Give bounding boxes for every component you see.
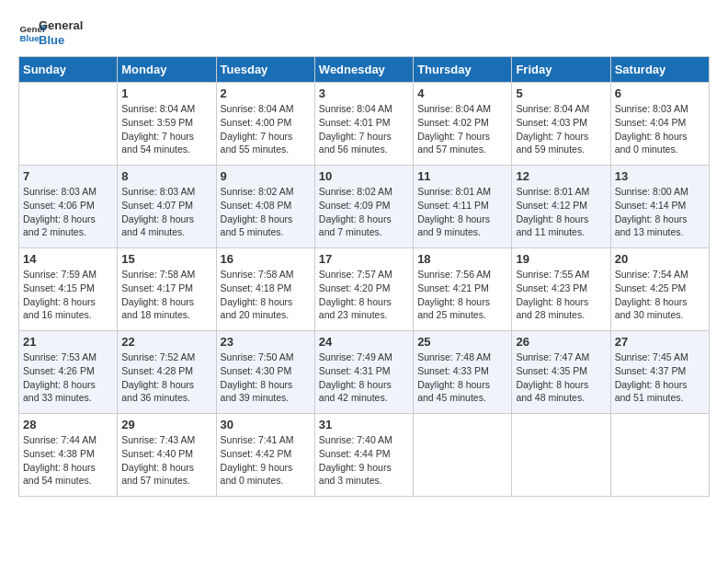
day-info: Sunrise: 7:48 AMSunset: 4:33 PMDaylight:…	[417, 350, 507, 405]
svg-text:Blue: Blue	[20, 33, 40, 43]
day-info: Sunrise: 8:02 AMSunset: 4:09 PMDaylight:…	[319, 185, 409, 239]
calendar-cell: 7Sunrise: 8:03 AMSunset: 4:06 PMDaylight…	[19, 166, 118, 248]
day-info: Sunrise: 8:04 AMSunset: 4:01 PMDaylight:…	[319, 102, 409, 156]
day-info: Sunrise: 7:55 AMSunset: 4:23 PMDaylight:…	[516, 268, 606, 322]
day-number: 20	[615, 252, 705, 266]
day-number: 21	[23, 335, 113, 349]
logo: General Blue General Blue	[18, 18, 83, 47]
calendar-cell: 23Sunrise: 7:50 AMSunset: 4:30 PMDayligh…	[216, 331, 314, 414]
calendar-cell: 2Sunrise: 8:04 AMSunset: 4:00 PMDaylight…	[216, 83, 314, 166]
day-number: 27	[615, 335, 705, 349]
day-number: 2	[221, 86, 311, 100]
day-info: Sunrise: 7:52 AMSunset: 4:28 PMDaylight:…	[121, 350, 211, 405]
day-number: 10	[319, 169, 409, 183]
day-info: Sunrise: 7:57 AMSunset: 4:20 PMDaylight:…	[319, 268, 409, 322]
calendar-cell: 16Sunrise: 7:58 AMSunset: 4:18 PMDayligh…	[216, 248, 314, 331]
day-info: Sunrise: 7:50 AMSunset: 4:30 PMDaylight:…	[221, 350, 311, 405]
calendar-cell: 19Sunrise: 7:55 AMSunset: 4:23 PMDayligh…	[512, 248, 610, 331]
day-number: 14	[23, 252, 113, 266]
day-info: Sunrise: 7:41 AMSunset: 4:42 PMDaylight:…	[221, 433, 311, 488]
calendar-cell: 4Sunrise: 8:04 AMSunset: 4:02 PMDaylight…	[414, 83, 512, 166]
day-number: 25	[417, 335, 507, 349]
calendar-cell: 26Sunrise: 7:47 AMSunset: 4:35 PMDayligh…	[512, 331, 610, 414]
calendar-table: SundayMondayTuesdayWednesdayThursdayFrid…	[18, 56, 710, 497]
logo-blue: Blue	[39, 33, 83, 48]
day-info: Sunrise: 7:40 AMSunset: 4:44 PMDaylight:…	[319, 433, 409, 488]
day-info: Sunrise: 8:04 AMSunset: 4:03 PMDaylight:…	[516, 102, 606, 156]
day-number: 8	[121, 169, 211, 183]
day-number: 18	[417, 252, 507, 266]
day-number: 22	[121, 335, 211, 349]
day-number: 11	[417, 169, 507, 183]
day-number: 12	[516, 169, 606, 183]
calendar-cell: 25Sunrise: 7:48 AMSunset: 4:33 PMDayligh…	[414, 331, 512, 414]
calendar-cell	[19, 83, 118, 166]
day-number: 17	[319, 252, 409, 266]
day-info: Sunrise: 7:58 AMSunset: 4:18 PMDaylight:…	[221, 268, 311, 322]
day-number: 4	[417, 86, 507, 100]
calendar-cell: 6Sunrise: 8:03 AMSunset: 4:04 PMDaylight…	[610, 83, 709, 166]
day-number: 13	[615, 169, 705, 183]
day-number: 29	[121, 418, 211, 431]
calendar-cell: 10Sunrise: 8:02 AMSunset: 4:09 PMDayligh…	[314, 166, 413, 248]
day-info: Sunrise: 7:56 AMSunset: 4:21 PMDaylight:…	[417, 268, 507, 322]
day-info: Sunrise: 8:01 AMSunset: 4:11 PMDaylight:…	[417, 185, 507, 239]
calendar-cell: 13Sunrise: 8:00 AMSunset: 4:14 PMDayligh…	[610, 166, 709, 248]
calendar-cell: 15Sunrise: 7:58 AMSunset: 4:17 PMDayligh…	[118, 248, 216, 331]
day-info: Sunrise: 8:03 AMSunset: 4:06 PMDaylight:…	[23, 185, 113, 239]
day-info: Sunrise: 8:04 AMSunset: 4:02 PMDaylight:…	[417, 102, 507, 156]
day-number: 23	[221, 335, 311, 349]
calendar-day-header: Monday	[118, 57, 216, 83]
calendar-header-row: SundayMondayTuesdayWednesdayThursdayFrid…	[19, 57, 710, 83]
calendar-cell	[610, 414, 709, 497]
calendar-day-header: Sunday	[19, 57, 118, 83]
day-number: 1	[121, 86, 211, 100]
day-info: Sunrise: 8:02 AMSunset: 4:08 PMDaylight:…	[221, 185, 311, 239]
day-info: Sunrise: 7:59 AMSunset: 4:15 PMDaylight:…	[23, 268, 113, 322]
calendar-cell: 21Sunrise: 7:53 AMSunset: 4:26 PMDayligh…	[19, 331, 118, 414]
calendar-cell: 1Sunrise: 8:04 AMSunset: 3:59 PMDaylight…	[118, 83, 216, 166]
day-info: Sunrise: 7:54 AMSunset: 4:25 PMDaylight:…	[615, 268, 705, 322]
day-number: 15	[121, 252, 211, 266]
day-info: Sunrise: 7:45 AMSunset: 4:37 PMDaylight:…	[615, 350, 705, 405]
calendar-cell: 27Sunrise: 7:45 AMSunset: 4:37 PMDayligh…	[610, 331, 709, 414]
day-number: 19	[516, 252, 606, 266]
calendar-cell	[414, 414, 512, 497]
calendar-cell: 17Sunrise: 7:57 AMSunset: 4:20 PMDayligh…	[314, 248, 413, 331]
calendar-week-row: 21Sunrise: 7:53 AMSunset: 4:26 PMDayligh…	[19, 331, 710, 414]
day-number: 24	[319, 335, 409, 349]
day-info: Sunrise: 8:04 AMSunset: 4:00 PMDaylight:…	[221, 102, 311, 156]
day-info: Sunrise: 7:53 AMSunset: 4:26 PMDaylight:…	[23, 350, 113, 405]
day-number: 16	[221, 252, 311, 266]
day-number: 28	[23, 418, 113, 431]
calendar-cell: 11Sunrise: 8:01 AMSunset: 4:11 PMDayligh…	[414, 166, 512, 248]
calendar-day-header: Friday	[512, 57, 610, 83]
calendar-cell: 9Sunrise: 8:02 AMSunset: 4:08 PMDaylight…	[216, 166, 314, 248]
day-info: Sunrise: 7:43 AMSunset: 4:40 PMDaylight:…	[121, 433, 211, 488]
day-info: Sunrise: 7:58 AMSunset: 4:17 PMDaylight:…	[121, 268, 211, 322]
day-info: Sunrise: 8:00 AMSunset: 4:14 PMDaylight:…	[615, 185, 705, 239]
calendar-cell: 31Sunrise: 7:40 AMSunset: 4:44 PMDayligh…	[314, 414, 413, 497]
day-number: 31	[319, 418, 409, 431]
calendar-cell: 22Sunrise: 7:52 AMSunset: 4:28 PMDayligh…	[118, 331, 216, 414]
day-info: Sunrise: 7:49 AMSunset: 4:31 PMDaylight:…	[319, 350, 409, 405]
calendar-cell: 20Sunrise: 7:54 AMSunset: 4:25 PMDayligh…	[610, 248, 709, 331]
calendar-week-row: 7Sunrise: 8:03 AMSunset: 4:06 PMDaylight…	[19, 166, 710, 248]
calendar-cell: 29Sunrise: 7:43 AMSunset: 4:40 PMDayligh…	[118, 414, 216, 497]
page-header: General Blue General Blue	[18, 18, 710, 47]
day-info: Sunrise: 8:03 AMSunset: 4:07 PMDaylight:…	[121, 185, 211, 239]
day-number: 5	[516, 86, 606, 100]
calendar-day-header: Tuesday	[216, 57, 314, 83]
calendar-cell: 5Sunrise: 8:04 AMSunset: 4:03 PMDaylight…	[512, 83, 610, 166]
day-number: 6	[615, 86, 705, 100]
calendar-day-header: Wednesday	[314, 57, 413, 83]
day-info: Sunrise: 8:03 AMSunset: 4:04 PMDaylight:…	[615, 102, 705, 156]
day-info: Sunrise: 7:47 AMSunset: 4:35 PMDaylight:…	[516, 350, 606, 405]
calendar-day-header: Saturday	[610, 57, 709, 83]
calendar-week-row: 28Sunrise: 7:44 AMSunset: 4:38 PMDayligh…	[19, 414, 710, 497]
calendar-week-row: 14Sunrise: 7:59 AMSunset: 4:15 PMDayligh…	[19, 248, 710, 331]
day-number: 30	[221, 418, 311, 431]
calendar-cell: 30Sunrise: 7:41 AMSunset: 4:42 PMDayligh…	[216, 414, 314, 497]
calendar-cell: 3Sunrise: 8:04 AMSunset: 4:01 PMDaylight…	[314, 83, 413, 166]
calendar-day-header: Thursday	[414, 57, 512, 83]
